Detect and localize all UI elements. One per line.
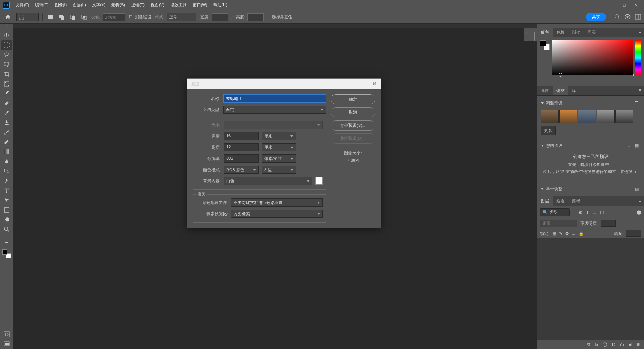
screenmode-button[interactable] — [1, 339, 12, 349]
your-presets-header[interactable]: 您的预设 ＋▦ — [541, 141, 640, 150]
dialog-titlebar[interactable]: 新建 ✕ — [187, 79, 381, 89]
blend-mode-select[interactable]: 正常 — [540, 220, 577, 227]
stamp-tool[interactable] — [1, 118, 12, 128]
healing-tool[interactable] — [1, 98, 12, 108]
brush-tool[interactable] — [1, 108, 12, 118]
delete-layer-icon[interactable]: 🗑 — [636, 342, 640, 347]
profile-select[interactable]: 不要对此文档进行色彩管理 — [231, 198, 323, 207]
ok-button[interactable]: 确定 — [331, 94, 375, 104]
fill-input[interactable] — [626, 230, 641, 237]
menu-select[interactable]: 选择(S) — [108, 1, 128, 9]
list-view-icon[interactable]: ☰ — [635, 101, 640, 106]
save-preset-button[interactable]: 存储预设(S)... — [331, 120, 375, 131]
fg-bg-colors[interactable] — [1, 249, 12, 259]
bg-color-swatch[interactable] — [315, 177, 323, 185]
help-icon[interactable]: ? — [625, 14, 631, 21]
history-panel-icon[interactable] — [526, 32, 535, 41]
filter-smart-icon[interactable]: ◫ — [600, 210, 604, 215]
dodge-tool[interactable] — [1, 166, 12, 176]
maximize-button[interactable]: □ — [622, 3, 627, 8]
tab-swatches[interactable]: 色板 — [553, 28, 568, 37]
tab-channels[interactable]: 通道 — [553, 196, 568, 206]
eyedropper-tool[interactable] — [1, 89, 12, 98]
width-unit-select[interactable]: 厘米 — [262, 132, 296, 140]
adjust-panel-menu[interactable]: ≡ — [636, 86, 644, 95]
quickmask-button[interactable] — [1, 330, 12, 339]
menu-window[interactable]: 窗口(W) — [190, 1, 211, 9]
path-tool[interactable] — [1, 195, 12, 205]
dialog-close-button[interactable]: ✕ — [372, 81, 377, 87]
colormode-select[interactable]: RGB 颜色 — [224, 166, 259, 174]
frame-tool[interactable] — [1, 79, 12, 89]
lasso-tool[interactable] — [1, 50, 12, 60]
name-input[interactable]: 未标题-1 — [223, 94, 326, 103]
pen-tool[interactable] — [1, 176, 12, 186]
menu-edit[interactable]: 编辑(E) — [32, 1, 52, 9]
aspect-select[interactable]: 方形像素 — [231, 210, 323, 218]
preset-thumb[interactable] — [597, 110, 615, 123]
edit-toolbar-button[interactable]: ··· — [1, 238, 12, 247]
color-panel-menu[interactable]: ≡ — [636, 28, 644, 37]
resolution-input[interactable]: 300 — [224, 154, 259, 163]
style-select[interactable]: 正常 — [167, 13, 196, 21]
filter-shape-icon[interactable]: ▭ — [593, 210, 596, 215]
share-button[interactable]: 共享 — [586, 13, 606, 21]
filter-adjust-icon[interactable]: ◐ — [579, 210, 583, 215]
tab-gradients[interactable]: 渐变 — [568, 28, 584, 37]
crop-tool[interactable] — [1, 69, 12, 79]
layer-filter-kind[interactable]: 🔍类型 — [540, 208, 570, 216]
preset-thumb[interactable] — [541, 110, 559, 123]
marquee-preset[interactable] — [16, 13, 39, 21]
tab-paths[interactable]: 路径 — [568, 196, 584, 206]
feather-input[interactable]: 0 像素 — [103, 13, 125, 21]
adjustment-presets-header[interactable]: 调整预设 ☰ — [541, 99, 640, 107]
opacity-input[interactable] — [601, 220, 616, 227]
group-icon[interactable]: 🗀 — [620, 342, 624, 347]
height-input[interactable]: 12 — [224, 143, 259, 151]
eraser-tool[interactable] — [1, 137, 12, 147]
layer-panel-menu[interactable]: ≡ — [636, 196, 644, 206]
blur-tool[interactable] — [1, 157, 12, 166]
lock-pixels-icon[interactable]: ▦ — [552, 231, 556, 236]
right-expand-handle[interactable]: ‹‹ — [537, 24, 644, 28]
new-layer-icon[interactable]: ⊞ — [628, 342, 632, 347]
tab-libraries[interactable]: 库 — [568, 86, 580, 95]
doctype-select[interactable]: 自定 — [223, 106, 326, 114]
menu-help[interactable]: 帮助(H) — [210, 1, 230, 9]
menu-image[interactable]: 图像(I) — [52, 1, 70, 9]
grid-icon[interactable]: ▦ — [635, 143, 640, 148]
zoom-tool[interactable] — [1, 224, 12, 234]
grid-icon[interactable]: ▦ — [635, 186, 640, 192]
tab-layers[interactable]: 图层 — [537, 196, 553, 206]
marquee-tool[interactable] — [1, 40, 12, 50]
bitdepth-select[interactable]: 8 位 — [262, 166, 296, 174]
hand-tool[interactable] — [1, 215, 12, 224]
menu-layer[interactable]: 图层(L) — [70, 1, 89, 9]
bg-select[interactable]: 白色 — [224, 177, 312, 185]
add-icon[interactable]: ＋ — [627, 143, 632, 148]
selection-tool[interactable] — [1, 60, 12, 69]
height-unit-select[interactable]: 厘米 — [262, 143, 296, 151]
width-input[interactable]: 16 — [224, 132, 259, 140]
gradient-tool[interactable] — [1, 147, 12, 157]
color-field[interactable] — [552, 40, 633, 75]
resolution-unit-select[interactable]: 像素/英寸 — [262, 154, 296, 163]
lock-move-icon[interactable]: ✥ — [565, 231, 569, 236]
preset-thumb[interactable] — [615, 110, 633, 123]
tab-properties[interactable]: 属性 — [537, 86, 553, 95]
left-expand-handle[interactable]: ›› — [0, 24, 13, 28]
home-button[interactable] — [3, 12, 13, 22]
tab-patterns[interactable]: 图案 — [584, 28, 600, 37]
hue-slider[interactable] — [635, 40, 641, 75]
move-tool[interactable] — [1, 31, 12, 40]
menu-plugins[interactable]: 增效工具 — [167, 1, 190, 9]
menu-view[interactable]: 视图(V) — [148, 1, 167, 9]
close-button[interactable]: ✕ — [633, 3, 638, 8]
single-adjust-header[interactable]: 单一调整 ▦ — [541, 185, 640, 193]
shape-tool[interactable] — [1, 205, 12, 215]
filter-toggle[interactable]: ⬤ — [637, 210, 641, 215]
lock-artboard-icon[interactable]: ▭ — [572, 231, 575, 236]
filter-type-icon[interactable]: T — [586, 210, 589, 214]
link-layers-icon[interactable]: ⧉ — [587, 342, 590, 347]
selection-subtract-icon[interactable] — [69, 13, 76, 21]
